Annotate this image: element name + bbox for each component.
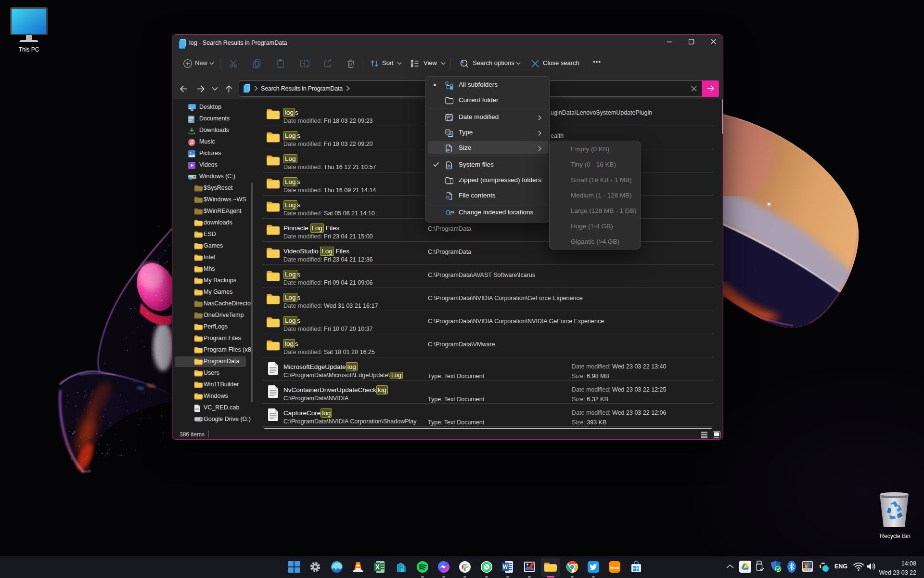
svg-text:imou: imou xyxy=(610,565,619,570)
